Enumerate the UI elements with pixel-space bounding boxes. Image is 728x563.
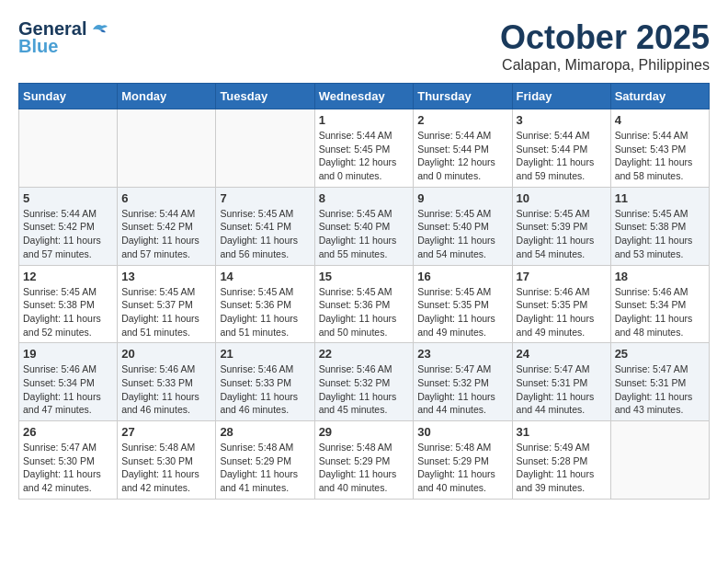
- calendar-day-cell: [216, 109, 314, 188]
- day-number: 8: [319, 191, 410, 205]
- header-saturday: Saturday: [610, 84, 709, 109]
- calendar-day-cell: [118, 109, 216, 188]
- day-info: Sunrise: 5:46 AMSunset: 5:35 PMDaylight:…: [517, 285, 607, 339]
- day-number: 9: [417, 191, 507, 205]
- calendar-day-cell: 2Sunrise: 5:44 AMSunset: 5:44 PMDaylight…: [414, 109, 512, 188]
- day-info: Sunrise: 5:44 AMSunset: 5:42 PMDaylight:…: [23, 207, 113, 261]
- day-info: Sunrise: 5:45 AMSunset: 5:37 PMDaylight:…: [121, 285, 211, 339]
- day-info: Sunrise: 5:45 AMSunset: 5:41 PMDaylight:…: [220, 207, 310, 261]
- day-info: Sunrise: 5:47 AMSunset: 5:32 PMDaylight:…: [417, 362, 507, 417]
- calendar-week-3: 12Sunrise: 5:45 AMSunset: 5:38 PMDayligh…: [19, 265, 710, 343]
- day-number: 2: [417, 113, 507, 127]
- day-number: 7: [220, 191, 310, 205]
- calendar-day-cell: 4Sunrise: 5:44 AMSunset: 5:43 PMDaylight…: [610, 109, 709, 188]
- day-number: 18: [615, 270, 705, 283]
- calendar-day-cell: 27Sunrise: 5:48 AMSunset: 5:30 PMDayligh…: [118, 421, 216, 500]
- calendar-header-row: Sunday Monday Tuesday Wednesday Thursday…: [19, 84, 710, 109]
- day-number: 24: [517, 347, 607, 361]
- page-title: October 2025: [500, 18, 710, 57]
- calendar-day-cell: 3Sunrise: 5:44 AMSunset: 5:44 PMDaylight…: [512, 109, 610, 188]
- day-number: 25: [615, 347, 705, 361]
- day-info: Sunrise: 5:49 AMSunset: 5:28 PMDaylight:…: [517, 441, 607, 495]
- calendar-day-cell: 28Sunrise: 5:48 AMSunset: 5:29 PMDayligh…: [216, 421, 314, 500]
- day-number: 31: [517, 425, 607, 439]
- day-number: 29: [319, 425, 410, 439]
- day-number: 20: [121, 347, 211, 361]
- day-info: Sunrise: 5:48 AMSunset: 5:29 PMDaylight:…: [319, 441, 410, 495]
- day-number: 12: [23, 270, 113, 283]
- title-block: October 2025 Calapan, Mimaropa, Philippi…: [500, 18, 710, 74]
- day-number: 23: [417, 347, 507, 361]
- day-number: 13: [121, 270, 211, 283]
- day-info: Sunrise: 5:44 AMSunset: 5:44 PMDaylight:…: [517, 129, 607, 183]
- day-info: Sunrise: 5:47 AMSunset: 5:31 PMDaylight:…: [615, 362, 705, 417]
- calendar-day-cell: 26Sunrise: 5:47 AMSunset: 5:30 PMDayligh…: [19, 421, 118, 500]
- day-number: 21: [220, 347, 310, 361]
- calendar-week-2: 5Sunrise: 5:44 AMSunset: 5:42 PMDaylight…: [19, 187, 710, 265]
- day-number: 1: [319, 113, 410, 127]
- day-number: 26: [23, 425, 113, 439]
- calendar-day-cell: 31Sunrise: 5:49 AMSunset: 5:28 PMDayligh…: [512, 421, 610, 500]
- calendar-day-cell: 29Sunrise: 5:48 AMSunset: 5:29 PMDayligh…: [314, 421, 414, 500]
- day-info: Sunrise: 5:46 AMSunset: 5:34 PMDaylight:…: [615, 285, 705, 339]
- day-info: Sunrise: 5:46 AMSunset: 5:34 PMDaylight:…: [23, 362, 113, 417]
- day-info: Sunrise: 5:45 AMSunset: 5:40 PMDaylight:…: [417, 207, 507, 261]
- calendar-day-cell: 10Sunrise: 5:45 AMSunset: 5:39 PMDayligh…: [512, 187, 610, 265]
- calendar-day-cell: 16Sunrise: 5:45 AMSunset: 5:35 PMDayligh…: [414, 265, 512, 343]
- calendar-day-cell: 19Sunrise: 5:46 AMSunset: 5:34 PMDayligh…: [19, 343, 118, 421]
- day-info: Sunrise: 5:45 AMSunset: 5:40 PMDaylight:…: [319, 207, 410, 261]
- calendar-day-cell: 21Sunrise: 5:46 AMSunset: 5:33 PMDayligh…: [216, 343, 314, 421]
- calendar-day-cell: 1Sunrise: 5:44 AMSunset: 5:45 PMDaylight…: [314, 109, 414, 188]
- calendar-table: Sunday Monday Tuesday Wednesday Thursday…: [18, 83, 710, 500]
- calendar-day-cell: 5Sunrise: 5:44 AMSunset: 5:42 PMDaylight…: [19, 187, 118, 265]
- day-number: 14: [220, 270, 310, 283]
- calendar-day-cell: 20Sunrise: 5:46 AMSunset: 5:33 PMDayligh…: [118, 343, 216, 421]
- calendar-day-cell: 6Sunrise: 5:44 AMSunset: 5:42 PMDaylight…: [118, 187, 216, 265]
- day-number: 30: [417, 425, 507, 439]
- calendar-day-cell: [19, 109, 118, 188]
- day-number: 6: [121, 191, 211, 205]
- header-wednesday: Wednesday: [314, 84, 414, 109]
- day-number: 3: [517, 113, 607, 127]
- day-info: Sunrise: 5:48 AMSunset: 5:29 PMDaylight:…: [220, 441, 310, 495]
- calendar-week-1: 1Sunrise: 5:44 AMSunset: 5:45 PMDaylight…: [19, 109, 710, 188]
- day-info: Sunrise: 5:45 AMSunset: 5:38 PMDaylight:…: [23, 285, 113, 339]
- day-info: Sunrise: 5:45 AMSunset: 5:35 PMDaylight:…: [417, 285, 507, 339]
- calendar-day-cell: 23Sunrise: 5:47 AMSunset: 5:32 PMDayligh…: [414, 343, 512, 421]
- calendar-week-5: 26Sunrise: 5:47 AMSunset: 5:30 PMDayligh…: [19, 421, 710, 500]
- day-number: 17: [517, 270, 607, 283]
- day-info: Sunrise: 5:44 AMSunset: 5:44 PMDaylight:…: [417, 129, 507, 183]
- day-number: 10: [517, 191, 607, 205]
- page-header: General Blue October 2025 Calapan, Mimar…: [18, 18, 710, 74]
- calendar-day-cell: 14Sunrise: 5:45 AMSunset: 5:36 PMDayligh…: [216, 265, 314, 343]
- day-info: Sunrise: 5:46 AMSunset: 5:32 PMDaylight:…: [319, 362, 410, 417]
- logo: General Blue: [18, 18, 109, 57]
- header-thursday: Thursday: [414, 84, 512, 109]
- day-info: Sunrise: 5:44 AMSunset: 5:43 PMDaylight:…: [615, 129, 705, 183]
- calendar-day-cell: [610, 421, 709, 500]
- calendar-day-cell: 22Sunrise: 5:46 AMSunset: 5:32 PMDayligh…: [314, 343, 414, 421]
- day-number: 19: [23, 347, 113, 361]
- calendar-day-cell: 11Sunrise: 5:45 AMSunset: 5:38 PMDayligh…: [610, 187, 709, 265]
- header-monday: Monday: [118, 84, 216, 109]
- header-friday: Friday: [512, 84, 610, 109]
- calendar-day-cell: 13Sunrise: 5:45 AMSunset: 5:37 PMDayligh…: [118, 265, 216, 343]
- day-info: Sunrise: 5:48 AMSunset: 5:30 PMDaylight:…: [121, 441, 211, 495]
- calendar-day-cell: 24Sunrise: 5:47 AMSunset: 5:31 PMDayligh…: [512, 343, 610, 421]
- page-subtitle: Calapan, Mimaropa, Philippines: [500, 57, 710, 74]
- day-info: Sunrise: 5:47 AMSunset: 5:30 PMDaylight:…: [23, 441, 113, 495]
- day-info: Sunrise: 5:48 AMSunset: 5:29 PMDaylight:…: [417, 441, 507, 495]
- calendar-day-cell: 7Sunrise: 5:45 AMSunset: 5:41 PMDaylight…: [216, 187, 314, 265]
- calendar-day-cell: 30Sunrise: 5:48 AMSunset: 5:29 PMDayligh…: [414, 421, 512, 500]
- calendar-day-cell: 17Sunrise: 5:46 AMSunset: 5:35 PMDayligh…: [512, 265, 610, 343]
- day-info: Sunrise: 5:46 AMSunset: 5:33 PMDaylight:…: [220, 362, 310, 417]
- calendar-day-cell: 25Sunrise: 5:47 AMSunset: 5:31 PMDayligh…: [610, 343, 709, 421]
- calendar-day-cell: 15Sunrise: 5:45 AMSunset: 5:36 PMDayligh…: [314, 265, 414, 343]
- day-number: 15: [319, 270, 410, 283]
- day-info: Sunrise: 5:45 AMSunset: 5:36 PMDaylight:…: [319, 285, 410, 339]
- calendar-day-cell: 8Sunrise: 5:45 AMSunset: 5:40 PMDaylight…: [314, 187, 414, 265]
- calendar-day-cell: 18Sunrise: 5:46 AMSunset: 5:34 PMDayligh…: [610, 265, 709, 343]
- day-info: Sunrise: 5:44 AMSunset: 5:42 PMDaylight:…: [121, 207, 211, 261]
- calendar-day-cell: 12Sunrise: 5:45 AMSunset: 5:38 PMDayligh…: [19, 265, 118, 343]
- header-tuesday: Tuesday: [216, 84, 314, 109]
